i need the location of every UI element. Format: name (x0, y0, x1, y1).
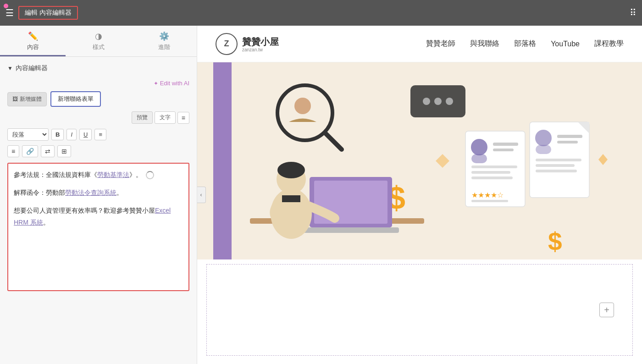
logo-area: Z 贊贊小屋 zanzan.tw (216, 33, 279, 55)
para2-prefix: 解釋函令：勞動部 (14, 189, 65, 196)
add-media-button[interactable]: 🖼 新增媒體 (7, 92, 47, 106)
svg-point-20 (535, 130, 552, 146)
shuffle-button[interactable]: ⇄ (41, 145, 55, 157)
svg-point-6 (423, 98, 430, 105)
content-tab-icon: ✏️ (28, 31, 38, 41)
para1-link[interactable]: 勞動基準法 (97, 171, 129, 178)
para2-suffix: 。 (116, 189, 123, 196)
svg-rect-1 (213, 62, 232, 259)
svg-text:★★★★☆: ★★★★☆ (471, 191, 504, 199)
grid-icon[interactable]: ⠿ (630, 7, 636, 18)
logo-text-area: 贊贊小屋 zanzan.tw (242, 36, 279, 52)
svg-text:$: $ (548, 227, 562, 256)
add-media-label: 新增媒體 (20, 95, 42, 103)
svg-rect-24 (536, 159, 581, 161)
svg-rect-25 (536, 164, 575, 167)
content-area: ‹ Z 贊贊小屋 zanzan.tw 贊贊老師 與我聯絡 部落格 YouTube… (197, 26, 642, 364)
tab-content[interactable]: ✏️ 內容 (0, 26, 66, 56)
content-para2: 解釋函令：勞動部勞動法令查詢系統。 (14, 187, 183, 199)
hero-image-area: ★★★★☆ $ $ (197, 62, 642, 259)
sidebar-tabs: ✏️ 內容 ◑ 樣式 ⚙️ 進階 (0, 26, 197, 57)
add-contact-form-button[interactable]: 新增聯絡表單 (50, 91, 101, 107)
toolbar-row1: 🖼 新增媒體 新增聯絡表單 (7, 91, 189, 107)
toolbar-align-icon[interactable]: ≡ (177, 112, 189, 124)
loading-spinner (146, 171, 154, 179)
view-text-button[interactable]: 文字 (155, 111, 176, 124)
add-contact-label: 新增聯絡表單 (58, 95, 94, 102)
underline-button[interactable]: U (79, 129, 92, 140)
edit-ai-label: Edit with AI (160, 80, 189, 87)
svg-point-7 (434, 98, 442, 105)
nav-zanzan-teacher[interactable]: 贊贊老師 (426, 39, 455, 49)
svg-rect-16 (471, 176, 513, 179)
tab-style[interactable]: ◑ 樣式 (66, 26, 131, 56)
sidebar-content: ▼ 內容編輯器 ✦ Edit with AI 🖼 新增媒體 新增聯絡表單 (0, 57, 197, 364)
hero-illustration: ★★★★☆ $ $ (197, 62, 642, 259)
svg-rect-15 (471, 171, 510, 174)
style-tab-icon: ◑ (95, 31, 102, 41)
content-para3: 想要公司人資管理更有效率嗎？歡迎參考贊贊小屋Excel HRM 系統。 (14, 205, 183, 228)
tab-advanced-label: 進階 (158, 43, 170, 51)
svg-rect-22 (557, 135, 582, 138)
nav-courses[interactable]: 課程教學 (594, 39, 624, 49)
sparkle-icon: ✦ (154, 80, 158, 87)
para2-link[interactable]: 勞動法令查詢系統 (65, 189, 116, 196)
para1-prefix: 參考法規：全國法規資料庫《 (14, 171, 97, 178)
logo-name: 贊贊小屋 (242, 37, 279, 47)
logo-sub: zanzan.tw (242, 47, 279, 52)
svg-point-38 (277, 162, 305, 178)
format-select[interactable]: 段落 (7, 128, 49, 141)
website-header: Z 贊贊小屋 zanzan.tw 贊贊老師 與我聯絡 部落格 YouTube 課… (197, 26, 642, 62)
editor-title: 編輯 內容編輯器 (18, 6, 78, 20)
svg-rect-39 (282, 195, 300, 202)
plus-icon: + (604, 305, 609, 315)
view-preview-button[interactable]: 預覽 (132, 111, 153, 124)
logo-letter: Z (224, 39, 229, 49)
svg-rect-26 (536, 170, 577, 172)
table-button[interactable]: ⊞ (57, 145, 71, 157)
svg-rect-23 (557, 141, 578, 143)
svg-point-4 (294, 98, 311, 114)
svg-rect-13 (493, 149, 514, 151)
list-button[interactable]: ≡ (94, 129, 106, 140)
bold-button[interactable]: B (51, 129, 64, 140)
advanced-tab-icon: ⚙️ (159, 31, 169, 41)
nav-contact[interactable]: 與我聯絡 (470, 39, 499, 49)
para1-suffix: 》。 (129, 171, 142, 178)
tab-content-label: 內容 (27, 43, 39, 51)
add-block-button[interactable]: + (599, 303, 614, 317)
toolbar-row4: ≡ 🔗 ⇄ ⊞ (7, 145, 189, 157)
logo-circle: Z (216, 33, 238, 55)
collapse-sidebar-button[interactable]: ‹ (197, 187, 206, 203)
svg-rect-35 (303, 227, 399, 233)
section-title: 內容編輯器 (16, 64, 48, 72)
nav-youtube[interactable]: YouTube (551, 40, 580, 48)
svg-rect-18 (471, 200, 508, 202)
italic-button[interactable]: I (66, 129, 77, 140)
edit-ai-container: ✦ Edit with AI (7, 80, 189, 87)
section-header[interactable]: ▼ 內容編輯器 (7, 64, 189, 72)
toolbar-row2: 預覽 文字 ≡ (7, 111, 189, 124)
content-editor[interactable]: 參考法規：全國法規資料庫《勞動基準法》。 解釋函令：勞動部勞動法令查詢系統。 想… (7, 163, 189, 291)
nav-blog[interactable]: 部落格 (514, 39, 536, 49)
svg-point-8 (446, 98, 453, 105)
edit-ai-button[interactable]: ✦ Edit with AI (154, 80, 189, 87)
svg-rect-21 (536, 145, 551, 154)
para3-suffix: 。 (43, 219, 50, 226)
ordered-list-button[interactable]: ≡ (7, 145, 19, 157)
media-icon: 🖼 (12, 96, 18, 102)
dot-indicator (4, 4, 8, 8)
toolbar-row3: 段落 B I U ≡ (7, 128, 189, 141)
lower-content-section: + (206, 264, 633, 356)
content-para1: 參考法規：全國法規資料庫《勞動基準法》。 (14, 169, 183, 181)
nav-links: 贊贊老師 與我聯絡 部落格 YouTube 課程教學 (426, 39, 624, 49)
tab-advanced[interactable]: ⚙️ 進階 (131, 26, 197, 56)
link-button[interactable]: 🔗 (22, 145, 38, 157)
svg-rect-11 (471, 154, 487, 163)
hamburger-icon[interactable]: ☰ (6, 7, 14, 18)
sidebar: ✏️ 內容 ◑ 樣式 ⚙️ 進階 ▼ 內容編輯器 ✦ E (0, 26, 197, 364)
collapse-arrow-icon: ▼ (7, 65, 13, 72)
para3-text: 想要公司人資管理更有效率嗎？歡迎參考贊贊小屋 (14, 207, 155, 214)
tab-style-label: 樣式 (93, 43, 105, 51)
svg-rect-14 (471, 165, 517, 168)
